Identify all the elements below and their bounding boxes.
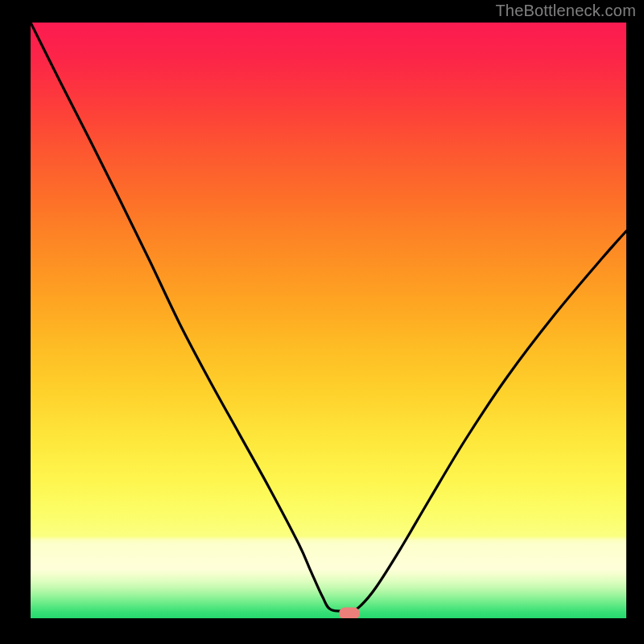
plot-area [31,23,626,618]
gradient-background [31,23,626,618]
chart-canvas [31,23,626,618]
chart-frame: TheBottleneck.com [0,0,644,644]
watermark-text: TheBottleneck.com [495,2,636,20]
optimum-marker [339,608,360,618]
